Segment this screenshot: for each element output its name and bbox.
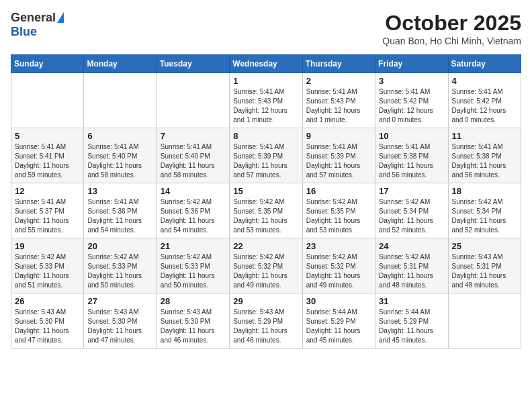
day-info: Sunrise: 5:42 AM Sunset: 5:31 PM Dayligh… (379, 253, 444, 290)
day-info: Sunrise: 5:44 AM Sunset: 5:29 PM Dayligh… (379, 308, 444, 345)
day-number: 8 (233, 131, 298, 141)
title-area: October 2025 Quan Bon, Ho Chi Minh, Viet… (382, 11, 521, 46)
calendar-week-row: 26Sunrise: 5:43 AM Sunset: 5:30 PM Dayli… (11, 293, 521, 349)
day-info: Sunrise: 5:41 AM Sunset: 5:39 PM Dayligh… (233, 142, 298, 180)
day-number: 1 (233, 76, 298, 86)
day-info: Sunrise: 5:42 AM Sunset: 5:33 PM Dayligh… (15, 253, 80, 290)
day-number: 23 (306, 241, 371, 251)
day-info: Sunrise: 5:41 AM Sunset: 5:37 PM Dayligh… (15, 197, 80, 235)
day-info: Sunrise: 5:42 AM Sunset: 5:36 PM Dayligh… (161, 197, 226, 235)
day-number: 16 (306, 186, 371, 196)
day-info: Sunrise: 5:42 AM Sunset: 5:35 PM Dayligh… (233, 197, 298, 235)
calendar-header-wednesday: Wednesday (230, 55, 302, 73)
calendar-week-row: 1Sunrise: 5:41 AM Sunset: 5:43 PM Daylig… (11, 73, 521, 128)
day-number: 5 (15, 131, 80, 141)
calendar-cell: 22Sunrise: 5:42 AM Sunset: 5:32 PM Dayli… (230, 238, 302, 293)
day-number: 22 (233, 241, 298, 251)
logo: General Blue (11, 11, 64, 39)
calendar-cell: 26Sunrise: 5:43 AM Sunset: 5:30 PM Dayli… (11, 293, 84, 349)
calendar-header-thursday: Thursday (302, 55, 375, 73)
day-number: 4 (452, 76, 517, 86)
day-number: 14 (161, 186, 226, 196)
page-header: General Blue October 2025 Quan Bon, Ho C… (11, 11, 521, 46)
day-info: Sunrise: 5:42 AM Sunset: 5:34 PM Dayligh… (452, 197, 517, 235)
calendar-cell: 16Sunrise: 5:42 AM Sunset: 5:35 PM Dayli… (302, 183, 375, 238)
day-number: 15 (233, 186, 298, 196)
day-number: 27 (87, 296, 152, 306)
calendar-cell: 19Sunrise: 5:42 AM Sunset: 5:33 PM Dayli… (11, 238, 84, 293)
day-number: 2 (306, 76, 371, 86)
calendar-cell: 8Sunrise: 5:41 AM Sunset: 5:39 PM Daylig… (230, 128, 302, 183)
day-info: Sunrise: 5:43 AM Sunset: 5:30 PM Dayligh… (161, 308, 226, 345)
calendar-cell: 21Sunrise: 5:42 AM Sunset: 5:33 PM Dayli… (157, 238, 229, 293)
logo-blue-text: Blue (11, 25, 37, 39)
logo-general-text: General (11, 11, 56, 25)
day-info: Sunrise: 5:42 AM Sunset: 5:35 PM Dayligh… (306, 197, 371, 235)
calendar-header-saturday: Saturday (448, 55, 521, 73)
day-number: 10 (379, 131, 444, 141)
calendar-cell: 9Sunrise: 5:41 AM Sunset: 5:39 PM Daylig… (302, 128, 375, 183)
day-info: Sunrise: 5:41 AM Sunset: 5:40 PM Dayligh… (161, 142, 226, 180)
calendar-cell: 17Sunrise: 5:42 AM Sunset: 5:34 PM Dayli… (375, 183, 448, 238)
calendar-cell: 20Sunrise: 5:42 AM Sunset: 5:33 PM Dayli… (84, 238, 157, 293)
day-number: 24 (379, 241, 444, 251)
day-info: Sunrise: 5:43 AM Sunset: 5:31 PM Dayligh… (452, 253, 517, 290)
day-info: Sunrise: 5:44 AM Sunset: 5:29 PM Dayligh… (306, 308, 371, 345)
calendar-cell (157, 73, 229, 128)
day-info: Sunrise: 5:41 AM Sunset: 5:38 PM Dayligh… (379, 142, 444, 180)
day-number: 9 (306, 131, 371, 141)
day-info: Sunrise: 5:42 AM Sunset: 5:33 PM Dayligh… (87, 253, 152, 290)
day-number: 20 (87, 241, 152, 251)
calendar-cell: 3Sunrise: 5:41 AM Sunset: 5:42 PM Daylig… (375, 73, 448, 128)
calendar-header-row: SundayMondayTuesdayWednesdayThursdayFrid… (11, 55, 521, 73)
calendar-cell (84, 73, 157, 128)
day-number: 31 (379, 296, 444, 306)
calendar-week-row: 5Sunrise: 5:41 AM Sunset: 5:41 PM Daylig… (11, 128, 521, 183)
calendar-week-row: 19Sunrise: 5:42 AM Sunset: 5:33 PM Dayli… (11, 238, 521, 293)
day-info: Sunrise: 5:41 AM Sunset: 5:43 PM Dayligh… (233, 87, 298, 125)
day-number: 3 (379, 76, 444, 86)
day-number: 29 (233, 296, 298, 306)
day-number: 25 (452, 241, 517, 251)
day-info: Sunrise: 5:41 AM Sunset: 5:40 PM Dayligh… (87, 142, 152, 180)
calendar-cell: 15Sunrise: 5:42 AM Sunset: 5:35 PM Dayli… (230, 183, 302, 238)
calendar-cell: 4Sunrise: 5:41 AM Sunset: 5:42 PM Daylig… (448, 73, 521, 128)
month-title: October 2025 (382, 11, 521, 36)
calendar-cell: 12Sunrise: 5:41 AM Sunset: 5:37 PM Dayli… (11, 183, 84, 238)
calendar-cell: 2Sunrise: 5:41 AM Sunset: 5:43 PM Daylig… (302, 73, 375, 128)
calendar-cell: 28Sunrise: 5:43 AM Sunset: 5:30 PM Dayli… (157, 293, 229, 349)
day-number: 26 (15, 296, 80, 306)
calendar-cell: 5Sunrise: 5:41 AM Sunset: 5:41 PM Daylig… (11, 128, 84, 183)
calendar-cell: 11Sunrise: 5:41 AM Sunset: 5:38 PM Dayli… (448, 128, 521, 183)
calendar-header-tuesday: Tuesday (157, 55, 229, 73)
day-info: Sunrise: 5:41 AM Sunset: 5:42 PM Dayligh… (452, 87, 517, 125)
calendar-cell: 31Sunrise: 5:44 AM Sunset: 5:29 PM Dayli… (375, 293, 448, 349)
day-number: 17 (379, 186, 444, 196)
day-info: Sunrise: 5:41 AM Sunset: 5:39 PM Dayligh… (306, 142, 371, 180)
calendar-table: SundayMondayTuesdayWednesdayThursdayFrid… (11, 54, 521, 349)
day-info: Sunrise: 5:41 AM Sunset: 5:41 PM Dayligh… (15, 142, 80, 180)
day-info: Sunrise: 5:43 AM Sunset: 5:30 PM Dayligh… (87, 308, 152, 345)
day-info: Sunrise: 5:41 AM Sunset: 5:36 PM Dayligh… (87, 197, 152, 235)
day-number: 13 (87, 186, 152, 196)
day-info: Sunrise: 5:41 AM Sunset: 5:38 PM Dayligh… (452, 142, 517, 180)
day-info: Sunrise: 5:42 AM Sunset: 5:32 PM Dayligh… (306, 253, 371, 290)
day-info: Sunrise: 5:42 AM Sunset: 5:33 PM Dayligh… (161, 253, 226, 290)
calendar-cell: 24Sunrise: 5:42 AM Sunset: 5:31 PM Dayli… (375, 238, 448, 293)
day-number: 6 (87, 131, 152, 141)
calendar-cell (11, 73, 84, 128)
calendar-header-monday: Monday (84, 55, 157, 73)
calendar-cell: 7Sunrise: 5:41 AM Sunset: 5:40 PM Daylig… (157, 128, 229, 183)
calendar-cell: 23Sunrise: 5:42 AM Sunset: 5:32 PM Dayli… (302, 238, 375, 293)
calendar-cell: 29Sunrise: 5:43 AM Sunset: 5:29 PM Dayli… (230, 293, 302, 349)
calendar-header-friday: Friday (375, 55, 448, 73)
logo-triangle-icon (57, 12, 64, 23)
calendar-week-row: 12Sunrise: 5:41 AM Sunset: 5:37 PM Dayli… (11, 183, 521, 238)
calendar-cell: 30Sunrise: 5:44 AM Sunset: 5:29 PM Dayli… (302, 293, 375, 349)
day-number: 21 (161, 241, 226, 251)
day-info: Sunrise: 5:41 AM Sunset: 5:43 PM Dayligh… (306, 87, 371, 125)
day-number: 19 (15, 241, 80, 251)
calendar-cell: 25Sunrise: 5:43 AM Sunset: 5:31 PM Dayli… (448, 238, 521, 293)
day-number: 28 (161, 296, 226, 306)
calendar-cell: 13Sunrise: 5:41 AM Sunset: 5:36 PM Dayli… (84, 183, 157, 238)
